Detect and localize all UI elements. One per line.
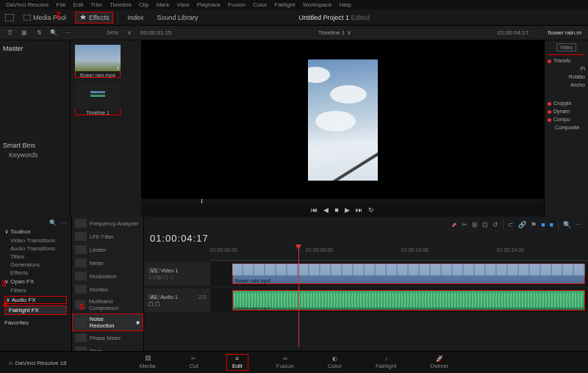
page-fairlight[interactable]: ♪Fairlight (370, 354, 402, 371)
options-icon[interactable]: ⋯ (63, 29, 74, 36)
viewer-scrubber[interactable] (141, 199, 544, 203)
tab-label: Index (127, 14, 143, 21)
menu-item[interactable]: File (57, 1, 66, 8)
options-icon[interactable]: ⋯ (576, 221, 582, 228)
tab-sound-library[interactable]: Sound Library (152, 12, 202, 23)
play-icon[interactable]: ▶ (345, 206, 350, 214)
marker-icon[interactable]: ■ (550, 221, 553, 228)
fx-list-item[interactable]: LFE Filter (72, 230, 143, 243)
fx-list-item[interactable]: Phase Meter (72, 331, 143, 344)
favorite-star-icon[interactable]: ★ (135, 319, 140, 326)
fx-group-openfx[interactable]: ∨ Open FX (4, 278, 67, 285)
fx-item-fairlightfx[interactable]: Fairlight FX (4, 305, 67, 315)
fx-list-item[interactable]: Frequency Analyzer (72, 217, 143, 230)
zoom-icon[interactable]: 🔍 (563, 221, 571, 228)
grid-view-icon[interactable]: ▦ (19, 28, 29, 38)
track-disable-icon[interactable]: ◇ (170, 275, 173, 280)
stop-icon[interactable]: ■ (334, 206, 338, 214)
smart-bins-label[interactable]: Smart Bins (3, 142, 67, 149)
timeline-ruler[interactable]: 01:00:00:00 01:00:08:00 01:00:16:00 01:0… (210, 247, 588, 261)
menu-item[interactable]: Edit (73, 1, 83, 8)
blade-tool-icon[interactable]: ✂ (462, 221, 467, 228)
flag-icon[interactable]: ⚑ (531, 221, 537, 228)
empty-track-area[interactable] (210, 314, 588, 334)
solo-icon[interactable]: ▢ (155, 301, 160, 306)
home-button[interactable]: ⌂DaVinci Resolve 18 (9, 360, 67, 366)
fx-item[interactable]: Video Transitions (4, 236, 67, 245)
marker-icon[interactable]: ■ (541, 221, 545, 228)
menu-item[interactable]: Workspace (303, 1, 332, 8)
track-header[interactable]: V1 Video 1 1 Clip ▢ ◇ (144, 262, 210, 286)
mute-icon[interactable]: ▢ (148, 301, 154, 306)
menu-item[interactable]: Color (253, 1, 267, 8)
search-icon[interactable]: 🔍 (49, 28, 59, 38)
fx-item[interactable]: Filters (4, 286, 67, 294)
sort-icon[interactable]: ⇅ (34, 28, 44, 38)
fx-list-item[interactable]: Meter (72, 256, 143, 269)
timeline-thumb[interactable]: Timeline 1 (75, 82, 121, 115)
fx-group-favorites[interactable]: Favorites (4, 319, 67, 326)
magnet-icon[interactable]: ⊂ (508, 221, 514, 228)
tab-effects[interactable]: Effects (75, 12, 113, 23)
menu-item[interactable]: Fairlight (274, 1, 295, 8)
fx-item[interactable]: Effects (4, 269, 67, 277)
loop-icon[interactable]: ↻ (368, 206, 374, 214)
insert-icon[interactable]: ⊞ (472, 221, 478, 228)
menu-item[interactable]: Mark (157, 1, 170, 8)
page-media[interactable]: 🖼Media (134, 354, 162, 371)
fx-group-audiofx[interactable]: ∨ Audio FX (4, 296, 67, 304)
arrow-tool-icon[interactable]: ⬈ (451, 221, 457, 228)
menu-item[interactable]: Fusion (228, 1, 245, 8)
fx-item[interactable]: Generators (4, 261, 67, 269)
audio-clip[interactable]: flower rain.mp4 (232, 290, 585, 311)
menu-item[interactable]: DaVinci Resolve (6, 1, 49, 8)
inspector-item[interactable]: Croppin (548, 99, 585, 107)
keywords-bin[interactable]: Keywords (3, 151, 67, 159)
menu-item[interactable]: Help (340, 1, 351, 8)
page-deliver[interactable]: 🚀Deliver (424, 354, 454, 371)
fx-item[interactable]: Audio Transitions (4, 245, 67, 253)
tab-edit-index[interactable]: Index (123, 12, 148, 23)
video-clip[interactable]: flower rain.mp4 (232, 264, 585, 284)
inspector-item[interactable]: Transfo (548, 57, 585, 65)
play-reverse-icon[interactable]: ◀ (323, 206, 329, 214)
page-cut[interactable]: ✂Cut (184, 354, 204, 371)
page-color[interactable]: ◐Color (322, 354, 348, 371)
inspector-item[interactable]: Compo (548, 115, 585, 123)
menu-item[interactable]: View (176, 1, 189, 8)
fit-dropdown[interactable]: 34% (104, 29, 121, 36)
media-thumb[interactable]: ♪ flower rain.mp4 (75, 45, 121, 78)
first-frame-icon[interactable]: ⏮ (311, 206, 318, 214)
ruler-tick: 01:00:00:00 (210, 247, 237, 253)
search-icon[interactable]: 🔍 (49, 220, 57, 226)
list-view-icon[interactable]: ☰ (4, 28, 15, 38)
inspector-item: Ancho (548, 81, 585, 89)
fx-group-toolbox[interactable]: ∨ Toolbox (4, 228, 67, 235)
last-frame-icon[interactable]: ⏭ (356, 206, 362, 214)
fx-list-item[interactable]: Limiter (72, 243, 143, 256)
page-edit[interactable]: ≡Edit (226, 354, 248, 371)
menu-item[interactable]: Trim (90, 1, 102, 8)
inspector-tab-video[interactable]: Video (556, 43, 577, 51)
fx-list-item[interactable]: Monitor (72, 283, 143, 296)
track-lock-icon[interactable]: ▢ (163, 275, 168, 280)
inspector-item[interactable]: Dynam (548, 107, 585, 115)
track-header[interactable]: A1 Audio 1 2.0 ▢ ▢ (144, 289, 210, 312)
tab-media-pool[interactable]: Media Pool (19, 12, 71, 23)
overwrite-icon[interactable]: ⊡ (482, 221, 488, 228)
master-bin[interactable]: Master (3, 43, 67, 54)
menu-item[interactable]: Clip (139, 1, 149, 8)
fx-list-item-noise-reduction[interactable]: Noise Reduction★ (72, 314, 143, 331)
replace-icon[interactable]: ↺ (492, 221, 498, 228)
link-icon[interactable]: 🔗 (518, 221, 526, 228)
page-fusion[interactable]: ∞Fusion (270, 354, 300, 371)
layout-icon[interactable] (4, 12, 15, 23)
fx-list-item[interactable]: Modulation (72, 269, 143, 283)
viewer-canvas[interactable] (141, 40, 544, 199)
options-icon[interactable]: ⋯ (61, 220, 67, 226)
timeline-dropdown[interactable]: Timeline 1 ∨ (178, 29, 491, 36)
menu-item[interactable]: Playback (197, 1, 220, 8)
playhead[interactable] (298, 245, 299, 347)
menu-item[interactable]: Timeline (110, 1, 132, 8)
fx-item[interactable]: Titles (4, 253, 67, 261)
